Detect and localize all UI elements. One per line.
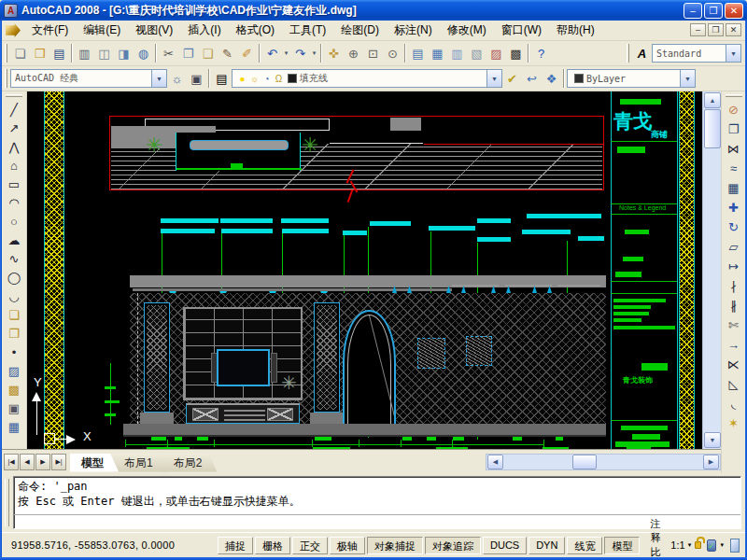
erase-icon[interactable]: ⊘ — [723, 100, 745, 119]
ducs-toggle[interactable]: DUCS — [483, 537, 527, 554]
doc-close-button[interactable]: ✕ — [726, 23, 741, 36]
polygon-icon[interactable]: ⌂ — [3, 156, 25, 175]
menu-draw[interactable]: 绘图(D) — [333, 20, 387, 41]
horizontal-scrollbar[interactable]: ◀ ▶ — [486, 454, 721, 470]
lock-icon[interactable]: Ω — [273, 74, 285, 84]
table-icon[interactable]: ▦ — [3, 417, 25, 436]
designcenter-icon[interactable]: ▦ — [428, 44, 447, 63]
quickcalc-icon[interactable]: ▩ — [506, 44, 526, 63]
menu-edit[interactable]: 编辑(E) — [76, 20, 128, 41]
command-window-grip[interactable] — [5, 479, 9, 526]
block-editor-icon[interactable]: ✐ — [237, 44, 257, 63]
tab-next-button[interactable]: ▶ — [35, 454, 50, 470]
join-icon[interactable]: ⋉ — [723, 355, 745, 374]
menu-view[interactable]: 视图(V) — [128, 20, 180, 41]
ellipse-icon[interactable]: ◯ — [3, 268, 25, 287]
dyn-toggle[interactable]: DYN — [529, 537, 565, 554]
menu-window[interactable]: 窗口(W) — [494, 20, 549, 41]
minimize-button[interactable]: – — [684, 3, 702, 19]
sun-icon[interactable]: ☼ — [248, 74, 261, 84]
redo-icon[interactable]: ↷ — [290, 44, 310, 63]
viewport-freeze-icon[interactable]: ◔ — [261, 74, 273, 84]
chamfer-icon[interactable]: ◺ — [723, 374, 745, 394]
copy-icon[interactable]: ❐ — [178, 44, 198, 63]
insert-block-icon[interactable]: ❏ — [3, 305, 25, 324]
break-icon[interactable]: ∦ — [723, 296, 745, 315]
menu-format[interactable]: 格式(O) — [229, 20, 282, 41]
markup-manager-icon[interactable]: ▨ — [486, 44, 506, 63]
workspace-settings-icon[interactable]: ☼ — [167, 69, 187, 89]
chevron-down-icon[interactable]: ▼ — [151, 70, 166, 87]
model-space-toggle[interactable]: 模型 — [604, 537, 640, 554]
3d-dwf-icon[interactable]: ◍ — [134, 44, 153, 63]
zoom-previous-icon[interactable]: ⊙ — [383, 44, 402, 63]
bulb-icon[interactable]: ● — [236, 74, 248, 84]
close-button[interactable]: ✕ — [725, 3, 743, 19]
offset-icon[interactable]: ≈ — [723, 159, 745, 178]
rectangle-icon[interactable]: ▭ — [3, 175, 25, 193]
drawing-canvas[interactable]: ✳ ✳ — [27, 91, 702, 449]
layer-states-icon[interactable]: ❖ — [542, 69, 561, 89]
new-file-icon[interactable]: ❏ — [10, 44, 30, 63]
copy-object-icon[interactable]: ❐ — [723, 119, 745, 139]
polyline-icon[interactable]: ⋀ — [3, 137, 25, 156]
scroll-left-button[interactable]: ◀ — [487, 455, 503, 469]
redo-dropdown-icon[interactable]: ▾ — [310, 44, 318, 63]
save-icon[interactable]: ▤ — [49, 44, 69, 63]
command-divider[interactable] — [14, 514, 740, 515]
scroll-right-button[interactable]: ▶ — [703, 455, 719, 469]
annotation-scale[interactable]: 注释比例: 1:1 ▾ — [650, 517, 691, 560]
help-icon[interactable]: ? — [531, 44, 551, 63]
menu-help[interactable]: 帮助(H) — [549, 20, 602, 41]
construction-line-icon[interactable]: ↗ — [3, 119, 25, 137]
scroll-up-button[interactable]: ▲ — [704, 92, 721, 108]
toolbar-grip[interactable] — [5, 44, 7, 63]
fillet-icon[interactable]: ◟ — [723, 394, 745, 413]
toolbar-grip[interactable] — [726, 94, 742, 97]
scroll-down-button[interactable]: ▼ — [704, 432, 721, 448]
break-at-point-icon[interactable]: ∤ — [723, 276, 745, 296]
otrack-toggle[interactable]: 对象追踪 — [425, 537, 481, 554]
toolbar-grip[interactable] — [5, 69, 7, 88]
clean-screen-button[interactable] — [730, 539, 740, 553]
undo-icon[interactable]: ↶ — [262, 44, 282, 63]
doc-minimize-button[interactable]: – — [690, 23, 706, 36]
text-style-icon[interactable]: A — [632, 44, 652, 63]
menu-dimension[interactable]: 标注(N) — [387, 20, 440, 41]
tab-layout2[interactable]: 布局2 — [162, 454, 218, 472]
menu-modify[interactable]: 修改(M) — [440, 20, 494, 41]
scale-icon[interactable]: ▱ — [723, 237, 745, 257]
array-icon[interactable]: ▦ — [723, 178, 745, 198]
chevron-down-icon[interactable]: ▾ — [688, 541, 692, 549]
tab-first-button[interactable]: |◀ — [4, 454, 19, 470]
circle-icon[interactable]: ○ — [3, 212, 25, 231]
explode-icon[interactable]: ✶ — [723, 413, 745, 433]
annotation-visibility-icon[interactable]: ✓ — [707, 539, 716, 552]
line-icon[interactable]: ╱ — [3, 100, 25, 119]
extend-icon[interactable]: → — [723, 335, 745, 355]
sheetset-manager-icon[interactable]: ▧ — [467, 44, 486, 63]
command-history[interactable]: 命令: '_pan 按 Esc 或 Enter 键退出，或单击右键显示快捷菜单。 — [13, 476, 741, 529]
menu-insert[interactable]: 插入(I) — [180, 20, 228, 41]
vertical-scrollbar[interactable]: ▲ ▼ — [702, 91, 721, 449]
gradient-icon[interactable]: ▩ — [3, 380, 25, 399]
toolbar-grip[interactable] — [627, 44, 629, 63]
lineweight-toggle[interactable]: 线宽 — [567, 537, 602, 554]
properties-icon[interactable]: ▤ — [408, 44, 428, 63]
toolbar-grip[interactable] — [6, 94, 22, 97]
rotate-icon[interactable]: ↻ — [723, 217, 745, 237]
snap-toggle[interactable]: 捕捉 — [218, 537, 253, 554]
status-menu-icon[interactable]: ▾ — [721, 541, 725, 549]
undo-dropdown-icon[interactable]: ▾ — [282, 44, 290, 63]
tab-prev-button[interactable]: ◀ — [20, 454, 35, 470]
stretch-icon[interactable]: ↦ — [723, 257, 745, 276]
lock-icon[interactable] — [695, 541, 701, 549]
trim-icon[interactable]: ✄ — [723, 315, 745, 335]
revision-cloud-icon[interactable]: ☁ — [3, 231, 25, 249]
tab-last-button[interactable]: ▶| — [51, 454, 66, 470]
polar-toggle[interactable]: 极轴 — [330, 537, 365, 554]
move-icon[interactable]: ✚ — [723, 198, 745, 217]
doc-restore-button[interactable]: ❐ — [708, 23, 724, 36]
spline-icon[interactable]: ∿ — [3, 249, 25, 268]
hatch-icon[interactable]: ▨ — [3, 361, 25, 380]
